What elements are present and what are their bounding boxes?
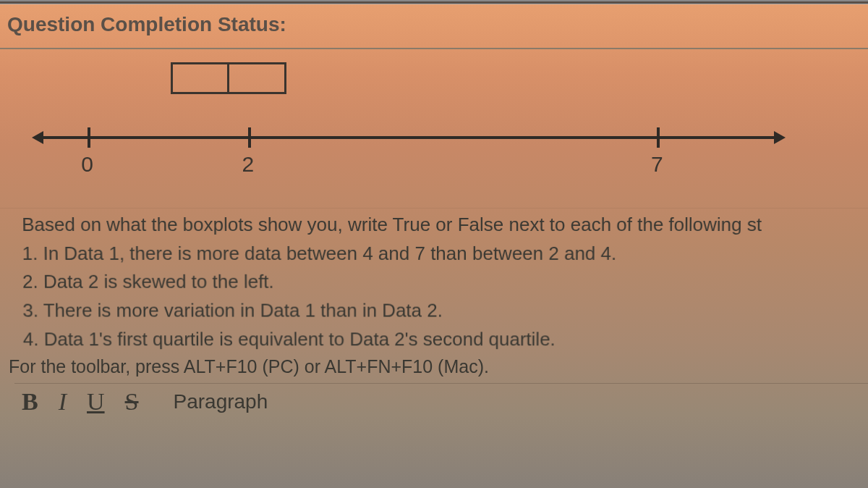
question-item: 2. Data 2 is skewed to the left. xyxy=(22,269,861,296)
underline-button[interactable]: U xyxy=(87,388,105,416)
axis-tick xyxy=(88,127,90,148)
axis-arrow-right xyxy=(774,131,786,144)
paragraph-dropdown[interactable]: Paragraph xyxy=(174,390,268,413)
question-intro: Based on what the boxplots show you, wri… xyxy=(22,211,862,239)
axis-tick xyxy=(657,127,660,148)
boxplot-area: 0 2 7 xyxy=(0,49,868,209)
strikethrough-button[interactable]: S xyxy=(125,388,139,416)
status-label: Question Completion Status: xyxy=(7,13,286,35)
question-item: 3. There is more variation in Data 1 tha… xyxy=(22,298,861,324)
boxplot-median xyxy=(227,62,229,94)
axis-arrow-left xyxy=(32,131,43,144)
toolbar-hint: For the toolbar, press ALT+F10 (PC) or A… xyxy=(0,355,868,382)
bold-button[interactable]: B xyxy=(22,388,38,416)
axis-tick-label: 2 xyxy=(242,152,254,177)
axis-tick xyxy=(248,127,251,148)
editor-toolbar: B I U S Paragraph xyxy=(14,383,868,420)
question-text: Based on what the boxplots show you, wri… xyxy=(0,209,868,353)
axis-tick-label: 7 xyxy=(651,152,663,177)
status-row: Question Completion Status: xyxy=(0,4,868,49)
axis-tick-label: 0 xyxy=(81,152,93,177)
boxplot-data2 xyxy=(171,62,286,94)
question-item: 4. Data 1's first quartile is equivalent… xyxy=(23,326,861,353)
axis-line xyxy=(43,136,774,139)
question-item: 1. In Data 1, there is more data between… xyxy=(22,240,861,268)
italic-button[interactable]: I xyxy=(59,388,67,416)
